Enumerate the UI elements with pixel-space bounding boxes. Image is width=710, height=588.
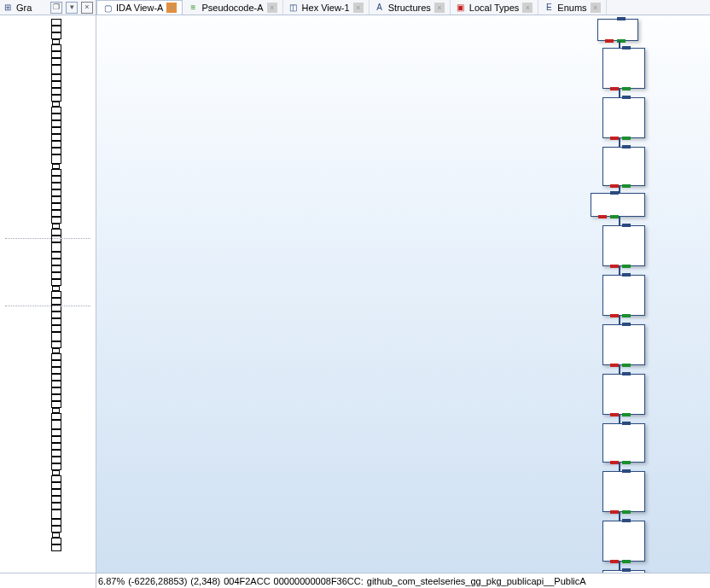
block-port-true [622,314,631,317]
graph-edge [619,463,620,471]
graph-edge [619,89,620,97]
block-port-in [622,372,631,376]
overview-node [51,538,61,544]
status-symbol: github_com_steelseries_gg_pkg_publicapi_… [365,576,588,586]
overview-node [51,341,61,348]
tab-structures[interactable]: AStructures× [370,0,451,15]
graph-block[interactable] [602,521,645,562]
block-port-true [622,265,631,268]
graph-block[interactable] [602,570,645,573]
status-coord1: (-6226,28853) [126,576,189,586]
graph-overview[interactable] [0,15,96,573]
overview-node [51,544,61,551]
graph-block[interactable] [602,275,645,316]
status-zoom: 6.87% [96,576,126,586]
overview-node [51,519,61,526]
block-port-false [610,364,619,367]
graph-block[interactable] [602,147,645,186]
block-port-true [622,413,631,416]
overview-panel-header: ⊞ Gra ❐ ▾ × [0,0,96,15]
graph-edge [619,138,620,147]
graph-block[interactable] [602,324,645,365]
graph-block[interactable] [597,19,638,41]
overview-node [51,127,61,134]
block-port-false [610,461,619,464]
overview-node [51,252,61,259]
overview-node [51,44,61,51]
tab-structures-close-button[interactable]: × [434,3,445,13]
block-port-in [610,191,619,195]
overview-node [51,229,61,236]
block-port-in [622,46,631,49]
tab-enums[interactable]: EEnums× [538,0,606,15]
overview-node [51,65,61,74]
ida-graph-view[interactable] [96,15,710,573]
overview-node [51,81,61,88]
block-port-true [622,560,631,563]
overview-node [51,134,61,141]
graph-block[interactable] [602,225,645,266]
overview-node [51,88,61,95]
overview-node [51,210,61,217]
block-port-true [622,364,631,367]
overview-node [51,141,61,148]
overview-node [51,475,61,482]
graph-block[interactable] [602,423,645,463]
graph-block[interactable] [602,97,645,138]
graph-edge [619,217,620,225]
overview-node [51,318,61,325]
tab-pseudocode-close-button[interactable]: × [267,3,277,13]
tab-localtypes[interactable]: ▣Local Types× [451,0,539,15]
graph-edge [619,41,620,48]
tab-ida-label: IDA View-A [116,3,163,13]
block-port-in [622,568,631,572]
tab-ida-close-button[interactable]: × [166,3,177,13]
overview-node [51,436,61,443]
block-port-in [622,469,631,473]
tab-localtypes-close-button[interactable]: × [522,3,532,13]
block-port-false [610,265,619,268]
overview-node [51,148,61,154]
tab-localtypes-label: Local Types [469,3,520,13]
overview-node [51,429,61,436]
tabs-container: ▢IDA View-A×≡Pseudocode-A×◫Hex View-1×AS… [96,0,607,15]
block-port-in [622,224,631,227]
tab-enums-close-button[interactable]: × [591,3,601,13]
overview-node [51,265,61,272]
overview-close-button[interactable]: × [81,2,93,14]
tab-ida-icon: ▢ [102,3,113,13]
graph-block[interactable] [602,48,645,89]
overview-node [51,183,61,189]
overview-node [51,311,61,318]
overview-detach-button[interactable]: ❐ [50,2,62,14]
tab-pseudocode[interactable]: ≡Pseudocode-A× [183,0,282,15]
overview-viewport-line [5,238,90,239]
overview-node [51,196,61,203]
overview-node [51,420,61,429]
tab-hex[interactable]: ◫Hex View-1× [283,0,370,15]
tab-ida[interactable]: ▢IDA View-A× [96,0,183,15]
overview-node [51,374,61,381]
tab-structures-label: Structures [388,3,431,13]
block-port-false [610,510,619,514]
graph-block[interactable] [591,193,645,217]
block-port-true [622,461,631,464]
overview-menu-button[interactable]: ▾ [66,2,78,14]
overview-node [51,394,61,401]
graph-edge [619,512,620,521]
tab-hex-close-button[interactable]: × [353,3,364,13]
overview-node [51,457,61,463]
overview-node [51,259,61,265]
graph-block[interactable] [602,471,645,512]
overview-node [51,503,61,509]
overview-node [51,58,61,65]
overview-node [51,19,61,26]
block-port-false [598,215,607,218]
tab-hex-label: Hex View-1 [302,3,350,13]
block-port-true [622,137,631,140]
overview-node [51,463,61,470]
overview-icon: ⊞ [3,3,13,13]
block-port-in [622,273,631,277]
overview-node [51,120,61,127]
graph-block[interactable] [602,374,645,415]
